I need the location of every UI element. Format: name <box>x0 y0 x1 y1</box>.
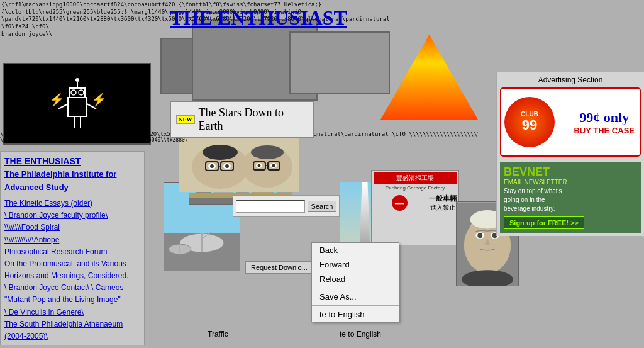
sidebar-link-food-spiral[interactable]: \\\\\\\\Food Spiral <box>4 222 140 233</box>
sidebar-link-antiope[interactable]: \\\\\\\\\\\\\\Antiope <box>4 234 140 246</box>
sidebar-link-contact[interactable]: \ Brandon Joyce Contact\ \ Cameos <box>4 282 140 294</box>
bevnet-ad[interactable]: BEVNET EMAIL NEWSLETTER Stay on top of w… <box>500 162 641 233</box>
context-menu-forward[interactable]: Forward <box>312 257 399 272</box>
glasses-photo <box>179 138 299 192</box>
club99-ad[interactable]: CLUB 99 99¢ only BUY THE CASE <box>500 87 641 157</box>
svg-rect-0 <box>68 98 87 116</box>
club99-circle: CLUB 99 <box>504 97 555 147</box>
bevnet-signup-button[interactable]: Sign up for FREE! >> <box>504 216 584 229</box>
gray-panel-3 <box>289 31 390 94</box>
svg-point-25 <box>251 145 284 159</box>
sidebar-link-philadelphia[interactable]: The Philadelphia Institute for Advanced … <box>4 168 140 194</box>
svg-point-21 <box>210 164 214 168</box>
sidebar-link-philosophical[interactable]: Philosophical Research Forum <box>4 246 140 258</box>
club99-text: CLUB 99 <box>521 111 538 133</box>
factory-sign: 豐盛清掃工場 Tsinheng Garbage Factory — 一般車輛 進… <box>371 170 459 245</box>
new-badge: NEW <box>176 115 195 124</box>
stars-dialog: NEW The Stars Down to Earth <box>170 101 314 138</box>
enthusiast-title: THE ENTHUSIAST <box>170 6 347 30</box>
sidebar-link-brandon-faculty[interactable]: \ Brandon Joyce faculty profile\ <box>4 210 140 222</box>
svg-point-32 <box>272 164 275 167</box>
search-box: Search <box>233 195 340 217</box>
request-download-button[interactable]: Request Downlo... <box>245 261 313 274</box>
bevnet-body2: going on in the <box>504 196 637 203</box>
search-button[interactable]: Search <box>308 201 337 212</box>
factory-sign-top: 豐盛清掃工場 <box>374 172 457 184</box>
svg-point-2 <box>71 90 76 95</box>
robot-icon: ⚡ ⚡ <box>46 72 109 135</box>
sidebar-link-south-philly[interactable]: The South Philadelphia Athenaeum (2004-2… <box>4 318 140 342</box>
sidebar: THE ENTHUSIAST The Philadelphia Institut… <box>0 151 145 345</box>
factory-sign-subtitle: Tsinheng Garbage Factory <box>374 185 457 191</box>
bevnet-title: BEVNET <box>504 166 637 179</box>
bevnet-body3: beverage industry. <box>504 205 637 212</box>
factory-line1: 一般車輛 <box>429 194 457 203</box>
svg-point-9 <box>75 78 79 82</box>
factory-line2: 進入禁止 <box>429 203 457 212</box>
context-menu-reload[interactable]: Reload <box>312 272 399 286</box>
sidebar-link-enthusiast[interactable]: THE ENTHUSIAST <box>4 154 140 168</box>
svg-point-55 <box>477 233 482 238</box>
stars-title: The Stars Down to Earth <box>199 106 308 133</box>
sidebar-divider-1 <box>4 196 140 196</box>
svg-point-31 <box>258 164 261 167</box>
club99-tagline: BUY THE CASE <box>574 126 635 135</box>
svg-point-22 <box>225 164 229 168</box>
svg-text:⚡: ⚡ <box>91 92 107 107</box>
sidebar-link-de-vinculis[interactable]: \ De Vinculis in Genere\ <box>4 306 140 318</box>
search-input[interactable] <box>236 200 305 213</box>
bevnet-subtitle: EMAIL NEWSLETTER <box>504 179 637 186</box>
sidebar-link-mutant-pop[interactable]: "Mutant Pop and the Living Image" <box>4 294 140 306</box>
context-menu-translate[interactable]: te to English <box>312 307 399 322</box>
sidebar-link-protomusical[interactable]: On the Protomusical, and its Various Hor… <box>4 258 140 282</box>
svg-text:⚡: ⚡ <box>49 92 65 107</box>
ad-section: Advertising Section CLUB 99 99¢ only BUY… <box>496 72 644 236</box>
sidebar-link-kinetic[interactable]: The Kinetic Essays (older) <box>4 198 140 210</box>
svg-rect-1 <box>70 88 85 98</box>
rtf-overlay-mid2: \pard\tx720\tx1440\tx2160\tx2880\tx3600\… <box>0 137 188 143</box>
bevnet-body1: Stay on top of what's <box>504 188 637 194</box>
context-menu-back[interactable]: Back <box>312 243 399 257</box>
club99-right: 99¢ only BUY THE CASE <box>574 109 635 135</box>
no-entry-sign: — <box>392 195 408 211</box>
club99-price: 99¢ only <box>574 109 635 126</box>
context-menu-divider <box>312 288 399 288</box>
context-menu-divider2 <box>312 305 399 306</box>
translate-text: te to English <box>340 330 381 339</box>
ad-section-title: Advertising Section <box>500 76 641 84</box>
svg-point-15 <box>203 145 238 160</box>
context-menu-save[interactable]: Save As... <box>312 289 399 304</box>
context-menu: Back Forward Reload Save As... te to Eng… <box>311 242 399 322</box>
svg-point-3 <box>79 90 84 95</box>
traffic-label: Traffic <box>208 330 228 339</box>
